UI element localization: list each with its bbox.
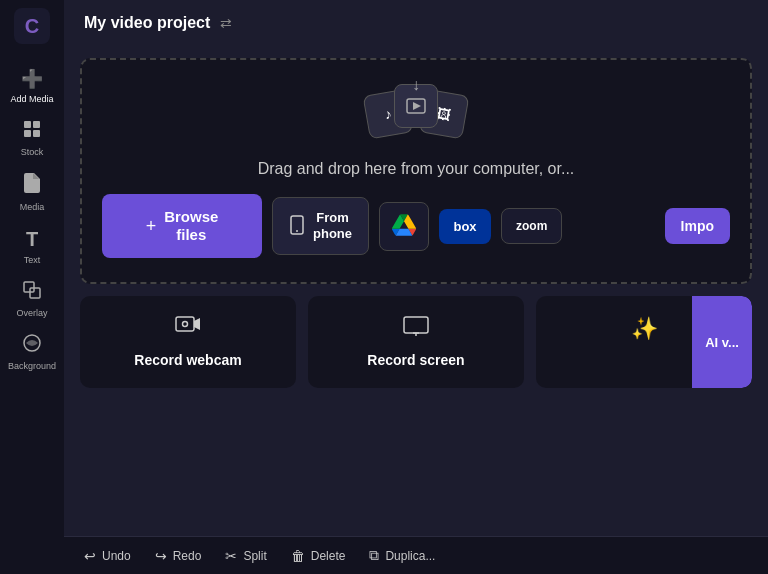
undo-button[interactable]: ↩ Undo (84, 548, 131, 564)
from-phone-button[interactable]: Fromphone (272, 197, 369, 254)
sidebar-item-add-media-label: Add Media (10, 94, 53, 104)
delete-button[interactable]: 🗑 Delete (291, 548, 346, 564)
ai-icon: ✨ (631, 316, 658, 342)
google-drive-button[interactable] (379, 202, 429, 251)
drag-drop-text: Drag and drop here from your computer, o… (258, 160, 575, 178)
box-button[interactable]: box (439, 209, 491, 244)
google-drive-icon (392, 213, 416, 240)
record-screen-card[interactable]: Record screen (308, 296, 524, 388)
sidebar-item-stock[interactable]: Stock (0, 112, 64, 165)
svg-marker-8 (413, 102, 421, 110)
redo-icon: ↪ (155, 548, 167, 564)
duplicate-button[interactable]: ⧉ Duplica... (369, 547, 435, 564)
svg-rect-2 (24, 130, 31, 137)
text-icon: T (26, 228, 38, 251)
sidebar-item-text-label: Text (24, 255, 41, 265)
record-screen-label: Record screen (367, 352, 464, 368)
main-content: My video project ⇄ ↓ ♪ 🖼 (64, 0, 768, 574)
record-section: Record webcam Record screen AI v... ✨ A (80, 296, 752, 388)
stock-icon (23, 120, 41, 143)
bottom-toolbar: ↩ Undo ↪ Redo ✂ Split 🗑 Delete ⧉ Duplica… (64, 536, 768, 574)
undo-label: Undo (102, 549, 131, 563)
zoom-label: zoom (516, 219, 547, 233)
from-phone-label: Fromphone (313, 210, 352, 241)
record-webcam-card[interactable]: Record webcam (80, 296, 296, 388)
sidebar-item-media[interactable]: Media (0, 165, 64, 220)
svg-rect-14 (404, 317, 428, 333)
screen-icon (403, 316, 429, 342)
sidebar-item-text[interactable]: T Text (0, 220, 64, 273)
duplicate-icon: ⧉ (369, 547, 379, 564)
redo-button[interactable]: ↪ Redo (155, 548, 202, 564)
sidebar-item-media-label: Media (20, 202, 45, 212)
undo-icon: ↩ (84, 548, 96, 564)
split-label: Split (243, 549, 266, 563)
import-button[interactable]: Impo (665, 208, 730, 244)
box-label: box (453, 219, 476, 234)
browse-files-label: Browsefiles (164, 208, 218, 244)
svg-point-10 (296, 230, 298, 232)
download-arrow-icon: ↓ (412, 76, 420, 94)
webcam-icon (175, 316, 201, 342)
background-icon (23, 334, 41, 357)
upload-area: ↓ ♪ 🖼 Drag and drop here from your compu… (80, 58, 752, 284)
split-button[interactable]: ✂ Split (225, 548, 266, 564)
redo-label: Redo (173, 549, 202, 563)
zoom-button[interactable]: zoom (501, 208, 562, 244)
upload-icon-group: ↓ ♪ 🖼 (366, 84, 466, 144)
sidebar-item-background-label: Background (8, 361, 56, 371)
media-icon (24, 173, 40, 198)
svg-rect-1 (33, 121, 40, 128)
browse-plus-icon: + (146, 216, 157, 237)
app-logo: C (14, 8, 50, 44)
ai-card[interactable]: AI v... ✨ AI v... (536, 296, 752, 388)
sidebar-item-stock-label: Stock (21, 147, 44, 157)
svg-rect-11 (176, 317, 194, 331)
browse-files-button[interactable]: + Browsefiles (102, 194, 262, 258)
sidebar-item-overlay[interactable]: Overlay (0, 273, 64, 326)
sidebar: C ➕ Add Media Stock Media T Text (0, 0, 64, 574)
sidebar-item-add-media[interactable]: ➕ Add Media (0, 60, 64, 112)
svg-rect-0 (24, 121, 31, 128)
duplicate-label: Duplica... (385, 549, 435, 563)
split-icon: ✂ (225, 548, 237, 564)
sidebar-item-background[interactable]: Background (0, 326, 64, 379)
svg-rect-5 (30, 288, 40, 298)
project-title: My video project (84, 14, 210, 32)
svg-point-13 (183, 322, 188, 327)
overlay-icon (23, 281, 41, 304)
svg-rect-4 (24, 282, 34, 292)
delete-label: Delete (311, 549, 346, 563)
sync-icon[interactable]: ⇄ (220, 15, 232, 31)
svg-rect-3 (33, 130, 40, 137)
delete-icon: 🗑 (291, 548, 305, 564)
sidebar-item-overlay-label: Overlay (16, 308, 47, 318)
svg-marker-12 (194, 318, 200, 330)
upload-buttons: + Browsefiles Fromphone (102, 194, 730, 258)
header: My video project ⇄ (64, 0, 768, 46)
import-label: Impo (681, 218, 714, 234)
content-area: ↓ ♪ 🖼 Drag and drop here from your compu… (64, 46, 768, 536)
record-webcam-label: Record webcam (134, 352, 241, 368)
add-media-icon: ➕ (21, 68, 43, 90)
phone-icon (289, 215, 305, 238)
